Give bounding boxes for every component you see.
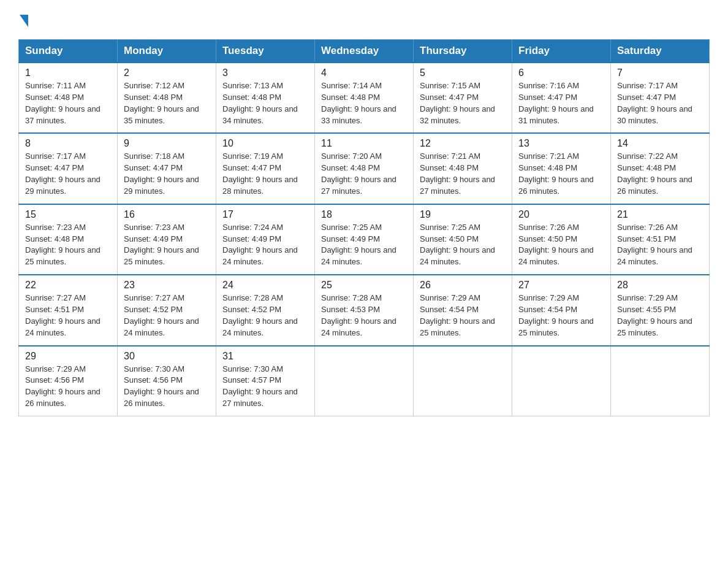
day-number: 16: [124, 209, 210, 220]
day-number: 23: [124, 280, 210, 291]
weekday-header-row: SundayMondayTuesdayWednesdayThursdayFrid…: [19, 40, 710, 63]
calendar-cell: 5Sunrise: 7:15 AMSunset: 4:47 PMDaylight…: [414, 63, 512, 133]
day-info: Sunrise: 7:16 AMSunset: 4:47 PMDaylight:…: [518, 80, 604, 126]
calendar-cell: [414, 346, 512, 416]
weekday-header-saturday: Saturday: [611, 40, 710, 63]
day-info: Sunrise: 7:14 AMSunset: 4:48 PMDaylight:…: [321, 80, 407, 126]
day-number: 24: [222, 280, 308, 291]
day-number: 14: [617, 138, 703, 149]
calendar-cell: 31Sunrise: 7:30 AMSunset: 4:57 PMDayligh…: [216, 346, 315, 416]
day-info: Sunrise: 7:12 AMSunset: 4:48 PMDaylight:…: [124, 80, 210, 126]
day-info: Sunrise: 7:11 AMSunset: 4:48 PMDaylight:…: [25, 80, 111, 126]
calendar-cell: 2Sunrise: 7:12 AMSunset: 4:48 PMDaylight…: [118, 63, 216, 133]
day-info: Sunrise: 7:30 AMSunset: 4:56 PMDaylight:…: [124, 364, 210, 410]
day-number: 13: [518, 138, 604, 149]
day-number: 17: [222, 209, 308, 220]
day-number: 19: [420, 209, 506, 220]
weekday-header-monday: Monday: [118, 40, 216, 63]
logo: [18, 12, 28, 27]
calendar-cell: 6Sunrise: 7:16 AMSunset: 4:47 PMDaylight…: [512, 63, 611, 133]
day-number: 15: [25, 209, 111, 220]
day-info: Sunrise: 7:28 AMSunset: 4:53 PMDaylight:…: [321, 293, 407, 339]
calendar-cell: 20Sunrise: 7:26 AMSunset: 4:50 PMDayligh…: [512, 204, 611, 275]
day-info: Sunrise: 7:26 AMSunset: 4:50 PMDaylight:…: [518, 222, 604, 268]
day-number: 4: [321, 67, 407, 79]
calendar-cell: 9Sunrise: 7:18 AMSunset: 4:47 PMDaylight…: [118, 133, 216, 204]
day-info: Sunrise: 7:25 AMSunset: 4:49 PMDaylight:…: [321, 222, 407, 268]
weekday-header-thursday: Thursday: [414, 40, 512, 63]
day-info: Sunrise: 7:19 AMSunset: 4:47 PMDaylight:…: [222, 151, 308, 197]
calendar-cell: 24Sunrise: 7:28 AMSunset: 4:52 PMDayligh…: [216, 275, 315, 345]
day-number: 9: [124, 138, 210, 149]
day-info: Sunrise: 7:29 AMSunset: 4:54 PMDaylight:…: [518, 293, 604, 339]
weekday-header-wednesday: Wednesday: [315, 40, 414, 63]
day-info: Sunrise: 7:21 AMSunset: 4:48 PMDaylight:…: [518, 151, 604, 197]
calendar-cell: 27Sunrise: 7:29 AMSunset: 4:54 PMDayligh…: [512, 275, 611, 345]
calendar-cell: 21Sunrise: 7:26 AMSunset: 4:51 PMDayligh…: [611, 204, 710, 275]
logo-arrow-icon: [20, 15, 28, 27]
day-number: 5: [420, 67, 506, 79]
day-info: Sunrise: 7:30 AMSunset: 4:57 PMDaylight:…: [222, 364, 308, 410]
day-number: 31: [222, 351, 308, 362]
calendar-cell: 7Sunrise: 7:17 AMSunset: 4:47 PMDaylight…: [611, 63, 710, 133]
day-info: Sunrise: 7:23 AMSunset: 4:49 PMDaylight:…: [124, 222, 210, 268]
day-number: 6: [518, 67, 604, 79]
day-info: Sunrise: 7:27 AMSunset: 4:51 PMDaylight:…: [25, 293, 111, 339]
page-header: [18, 12, 710, 27]
calendar-cell: 15Sunrise: 7:23 AMSunset: 4:48 PMDayligh…: [19, 204, 118, 275]
calendar-cell: 13Sunrise: 7:21 AMSunset: 4:48 PMDayligh…: [512, 133, 611, 204]
calendar-cell: 28Sunrise: 7:29 AMSunset: 4:55 PMDayligh…: [611, 275, 710, 345]
calendar-cell: 29Sunrise: 7:29 AMSunset: 4:56 PMDayligh…: [19, 346, 118, 416]
day-number: 1: [25, 67, 111, 79]
calendar-table: SundayMondayTuesdayWednesdayThursdayFrid…: [18, 39, 710, 416]
day-number: 29: [25, 351, 111, 362]
weekday-header-friday: Friday: [512, 40, 611, 63]
calendar-cell: 25Sunrise: 7:28 AMSunset: 4:53 PMDayligh…: [315, 275, 414, 345]
day-number: 11: [321, 138, 407, 149]
calendar-cell: 1Sunrise: 7:11 AMSunset: 4:48 PMDaylight…: [19, 63, 118, 133]
weekday-header-sunday: Sunday: [19, 40, 118, 63]
day-info: Sunrise: 7:20 AMSunset: 4:48 PMDaylight:…: [321, 151, 407, 197]
day-number: 2: [124, 67, 210, 79]
day-info: Sunrise: 7:29 AMSunset: 4:54 PMDaylight:…: [420, 293, 506, 339]
day-number: 27: [518, 280, 604, 291]
calendar-cell: [315, 346, 414, 416]
day-info: Sunrise: 7:25 AMSunset: 4:50 PMDaylight:…: [420, 222, 506, 268]
week-row-4: 22Sunrise: 7:27 AMSunset: 4:51 PMDayligh…: [19, 275, 710, 345]
weekday-header-tuesday: Tuesday: [216, 40, 315, 63]
day-number: 10: [222, 138, 308, 149]
day-info: Sunrise: 7:27 AMSunset: 4:52 PMDaylight:…: [124, 293, 210, 339]
day-number: 22: [25, 280, 111, 291]
calendar-cell: 23Sunrise: 7:27 AMSunset: 4:52 PMDayligh…: [118, 275, 216, 345]
day-number: 18: [321, 209, 407, 220]
day-info: Sunrise: 7:17 AMSunset: 4:47 PMDaylight:…: [617, 80, 703, 126]
week-row-3: 15Sunrise: 7:23 AMSunset: 4:48 PMDayligh…: [19, 204, 710, 275]
day-info: Sunrise: 7:17 AMSunset: 4:47 PMDaylight:…: [25, 151, 111, 197]
calendar-cell: [611, 346, 710, 416]
calendar-cell: 4Sunrise: 7:14 AMSunset: 4:48 PMDaylight…: [315, 63, 414, 133]
day-number: 30: [124, 351, 210, 362]
calendar-cell: 16Sunrise: 7:23 AMSunset: 4:49 PMDayligh…: [118, 204, 216, 275]
day-number: 25: [321, 280, 407, 291]
day-info: Sunrise: 7:29 AMSunset: 4:55 PMDaylight:…: [617, 293, 703, 339]
week-row-2: 8Sunrise: 7:17 AMSunset: 4:47 PMDaylight…: [19, 133, 710, 204]
day-number: 21: [617, 209, 703, 220]
week-row-1: 1Sunrise: 7:11 AMSunset: 4:48 PMDaylight…: [19, 63, 710, 133]
day-info: Sunrise: 7:22 AMSunset: 4:48 PMDaylight:…: [617, 151, 703, 197]
day-info: Sunrise: 7:13 AMSunset: 4:48 PMDaylight:…: [222, 80, 308, 126]
calendar-cell: 17Sunrise: 7:24 AMSunset: 4:49 PMDayligh…: [216, 204, 315, 275]
day-number: 8: [25, 138, 111, 149]
day-number: 3: [222, 67, 308, 79]
day-number: 28: [617, 280, 703, 291]
calendar-cell: 18Sunrise: 7:25 AMSunset: 4:49 PMDayligh…: [315, 204, 414, 275]
calendar-cell: [512, 346, 611, 416]
day-info: Sunrise: 7:24 AMSunset: 4:49 PMDaylight:…: [222, 222, 308, 268]
calendar-cell: 10Sunrise: 7:19 AMSunset: 4:47 PMDayligh…: [216, 133, 315, 204]
calendar-cell: 26Sunrise: 7:29 AMSunset: 4:54 PMDayligh…: [414, 275, 512, 345]
calendar-cell: 19Sunrise: 7:25 AMSunset: 4:50 PMDayligh…: [414, 204, 512, 275]
calendar-cell: 12Sunrise: 7:21 AMSunset: 4:48 PMDayligh…: [414, 133, 512, 204]
day-info: Sunrise: 7:18 AMSunset: 4:47 PMDaylight:…: [124, 151, 210, 197]
day-number: 26: [420, 280, 506, 291]
day-info: Sunrise: 7:28 AMSunset: 4:52 PMDaylight:…: [222, 293, 308, 339]
day-info: Sunrise: 7:26 AMSunset: 4:51 PMDaylight:…: [617, 222, 703, 268]
